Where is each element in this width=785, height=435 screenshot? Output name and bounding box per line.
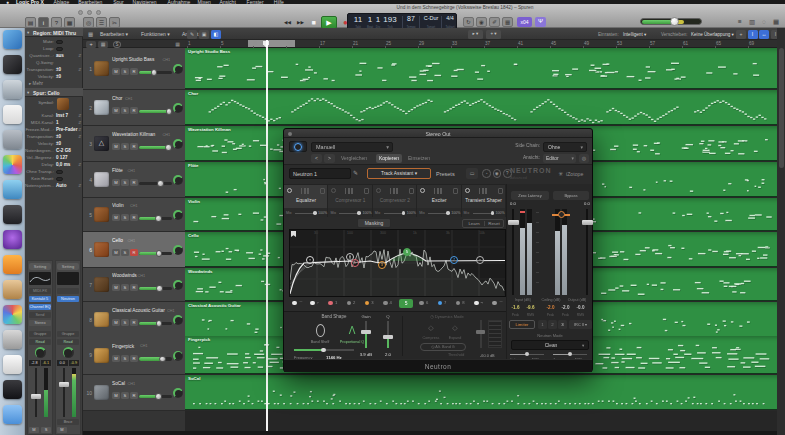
track-header-4[interactable]: 4FlöteCH1MSR [83,162,185,198]
media-browser-icon[interactable]: ▦ [771,17,781,27]
vertical-scrollbar[interactable] [777,28,785,435]
replace-icon[interactable]: ✐ [489,17,500,27]
duplicate-track-button[interactable]: ▦ [98,41,108,48]
q-knob[interactable] [383,335,393,339]
library-icon[interactable]: ▤ [25,17,36,28]
strip-automation-slot[interactable]: Read [29,339,51,345]
master-solo-button[interactable]: S [113,41,121,48]
track-header-3[interactable]: 3△Wavestation KillmanCH1MSR [83,126,185,162]
strip-bounce-button[interactable]: Bnce [57,419,79,425]
param-value[interactable]: Inst 7 [56,113,78,118]
track-solo-button[interactable]: S [121,355,129,362]
eq-band-highpass[interactable] [292,301,297,306]
param-stepper-icon[interactable]: ⇵ [78,162,81,167]
track-mute-button[interactable]: M [112,143,120,150]
eq-node-3[interactable]: 3 [378,261,386,269]
settings-gear-icon[interactable]: ◉ [493,169,502,178]
track-pan-knob[interactable] [173,139,183,149]
dock-icon-folder[interactable] [3,405,22,424]
track-header-1[interactable]: 1Upright Studio BassCH1MSR [83,48,185,90]
track-pan-knob[interactable] [173,245,183,255]
limiter-slot-1[interactable]: 1 [538,320,547,329]
track-volume-knob[interactable] [159,356,166,363]
track-solo-button[interactable]: S [121,107,129,114]
module-tab-compressor-2[interactable]: Compressor 2 [373,184,417,208]
eq-band-1[interactable] [328,301,333,306]
param-stepper-icon[interactable]: ⇵ [78,127,81,132]
dock-icon-pictures[interactable] [3,180,22,199]
track-solo-button[interactable]: S [121,284,129,291]
param-more[interactable]: ▸ Mehr [29,81,43,86]
presets-label[interactable]: Presets [436,171,455,177]
track-pan-knob[interactable] [173,388,183,398]
param-stepper-icon[interactable]: ⇵ [78,53,81,58]
eq-band-6[interactable] [419,301,424,306]
track-solo-button[interactable]: S [121,319,129,326]
traffic-zoom-button[interactable] [96,10,101,15]
strip-mute-button[interactable]: M [57,427,67,433]
track-solo-button[interactable]: S [121,143,129,150]
eq-node-cut-6[interactable]: × [476,256,484,264]
limiter-button[interactable]: Limiter [509,320,535,329]
preset-folder-icon[interactable]: ▭ [466,168,478,179]
ceiling-knob[interactable] [558,211,565,218]
bar-ruler[interactable]: 15913172125293337414549535761656973 [185,40,777,48]
param-stepper-icon[interactable]: ⇵ [78,134,81,139]
eq-band-8[interactable] [456,301,461,306]
strip-fader-knob[interactable] [59,382,69,387]
track-volume-knob[interactable] [156,250,163,257]
dock-icon-speaker[interactable] [3,380,22,399]
module-power-icon[interactable] [331,188,336,193]
link-button[interactable]: ◎ [579,154,589,163]
eq-node-5[interactable]: 5 [403,248,411,256]
eq-band-3[interactable] [365,301,370,306]
editors-icon[interactable]: ✂ [109,17,120,28]
tracks-menu-bearbeiten[interactable]: Bearbeiten ▾ [100,31,128,37]
track-mute-button[interactable]: M [112,107,120,114]
dock-icon-notes[interactable] [3,130,22,149]
paste-button[interactable]: Einsetzen [408,155,430,161]
tracks-menu-funktionen[interactable]: Funktionen ▾ [141,31,170,37]
plugin-power-button[interactable] [289,141,307,152]
strip-eq-thumbnail[interactable] [57,272,79,285]
prev-preset-button[interactable]: < [311,154,322,163]
track-record-button[interactable]: R [130,392,138,399]
note-pads-icon[interactable]: ▥ [747,17,757,27]
midi-region-10[interactable]: SoCal [185,375,777,410]
snap-dropdown[interactable]: Intelligent ▾ [623,32,646,37]
track-solo-button[interactable]: S [121,214,129,221]
strip-fader-knob[interactable] [31,394,41,399]
scrollbar-thumb[interactable] [779,48,784,168]
strip-pan-knob[interactable] [35,347,46,358]
frequency-knob[interactable] [321,348,326,353]
master-volume-knob[interactable] [670,17,679,26]
eq-node-cut-0[interactable]: × [306,256,314,264]
track-mute-button[interactable]: M [112,392,120,399]
output-fader-knob[interactable] [582,220,593,225]
track-mute-button[interactable]: M [112,249,120,256]
track-mute-button[interactable]: M [112,355,120,362]
traffic-minimize-button[interactable] [87,10,92,15]
track-solo-button[interactable]: S [121,68,129,75]
plugin-close-icon[interactable] [288,132,292,136]
strip-insert-kontakt-5[interactable]: Kontakt 5 [29,296,51,302]
midi-region-2[interactable]: Chor [185,90,777,125]
track-record-button[interactable]: R [130,214,138,221]
param-value[interactable]: 0,0 ms [56,162,78,167]
midi-region-1[interactable]: Upright Studio Bass [185,48,777,89]
amount-slider-knob[interactable] [568,352,572,356]
track-mute-button[interactable]: M [112,214,120,221]
strip-output-slot[interactable]: Stereo [29,320,51,326]
history-icon[interactable]: ◔ [482,169,491,178]
track-pan-knob[interactable] [173,64,183,74]
param-value[interactable]: Pre-Fader [56,127,78,132]
playhead[interactable] [266,40,268,431]
pencil-tool-icon[interactable]: ✎ [187,30,197,39]
track-record-button[interactable]: R [130,355,138,362]
track-pan-knob[interactable] [173,103,183,113]
neutron-mode-dropdown[interactable]: Clean▾ [511,340,589,350]
proportional-q-icon[interactable]: Λ [346,324,358,337]
smart-controls-icon[interactable]: ◎ [83,17,94,28]
dock-icon-photos[interactable] [3,155,22,174]
module-power-icon[interactable] [376,188,381,193]
